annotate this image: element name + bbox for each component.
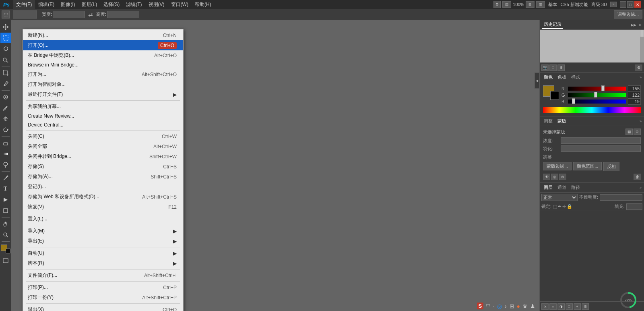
- tool-hand[interactable]: [0, 219, 11, 229]
- history-snap-icon[interactable]: 📷: [541, 64, 549, 71]
- fill-input[interactable]: [626, 203, 642, 210]
- menu-open-as[interactable]: 打开为... Alt+Shift+Ctrl+O: [23, 69, 183, 79]
- adj-red-icon[interactable]: ⊗: [559, 174, 566, 180]
- layer-new-icon[interactable]: +: [574, 303, 581, 310]
- bg-color-swatch[interactable]: [6, 249, 10, 253]
- adjust-edge-button[interactable]: 调整边缘...: [614, 10, 642, 19]
- menu-filter[interactable]: 滤镜(T): [123, 0, 145, 9]
- invert-button[interactable]: 反相: [603, 162, 619, 171]
- menu-file[interactable]: 文件(F): [13, 0, 35, 9]
- r-value[interactable]: [628, 85, 641, 92]
- mask-edge-button[interactable]: 蒙版边缘...: [543, 162, 572, 170]
- tab-adjustment[interactable]: 调整: [542, 117, 554, 125]
- adj-expand-icon[interactable]: »: [640, 119, 642, 123]
- tool-eyedropper[interactable]: [0, 79, 11, 89]
- tool-text[interactable]: T: [0, 184, 11, 194]
- layer-group-icon[interactable]: □: [566, 303, 573, 310]
- tool-path-select[interactable]: [0, 195, 11, 205]
- blend-mode-select[interactable]: 正常: [541, 194, 578, 201]
- workspace-cs5[interactable]: CS5 新增功能: [560, 2, 588, 8]
- pixel-mask-icon[interactable]: ▦: [625, 129, 633, 135]
- sogou-dot-icon[interactable]: ·: [493, 303, 494, 309]
- menu-open-smart[interactable]: 打开为智能对象...: [23, 79, 183, 89]
- color-panel-expand[interactable]: »: [640, 75, 642, 79]
- maximize-button[interactable]: □: [627, 1, 634, 8]
- minimize-button[interactable]: —: [620, 1, 626, 8]
- menu-edit[interactable]: 编辑(E): [35, 0, 58, 9]
- tool-quick-select[interactable]: [0, 54, 11, 65]
- menu-save-web[interactable]: 存储为 Web 和设备所用格式(D)... Alt+Shift+Ctrl+S: [23, 192, 183, 202]
- menu-file-info[interactable]: 文件简介(F)... Alt+Shift+Ctrl+I: [23, 270, 183, 280]
- menu-device-central[interactable]: Device Central...: [23, 120, 183, 129]
- history-tab[interactable]: 历史记录: [542, 21, 563, 29]
- tool-brush[interactable]: [0, 103, 11, 113]
- tool-zoom[interactable]: [0, 230, 11, 240]
- tool-move[interactable]: [0, 22, 11, 32]
- menu-print[interactable]: 打印(P)... Ctrl+P: [23, 282, 183, 292]
- menu-revert[interactable]: 恢复(V) F12: [23, 202, 183, 212]
- menu-exit[interactable]: 退出(X) Ctrl+Q: [23, 305, 183, 311]
- menu-select[interactable]: 选择(S): [100, 0, 123, 9]
- g-thumb[interactable]: [594, 92, 597, 97]
- menu-automate[interactable]: 自动(U) ▶: [23, 248, 183, 258]
- menu-recent[interactable]: 最近打开文件(T) ▶: [23, 89, 183, 100]
- tab-layers[interactable]: 图层: [542, 184, 554, 191]
- color-tab-swatches[interactable]: 色板: [556, 73, 568, 81]
- lock-position-icon[interactable]: ✛: [562, 204, 566, 209]
- history-scrollbar[interactable]: [640, 30, 644, 62]
- history-expand-icon[interactable]: ▶▶: [630, 23, 637, 27]
- feather-input[interactable]: [561, 145, 641, 152]
- zoom-icon[interactable]: ⊞: [526, 1, 535, 8]
- history-icon-btn[interactable]: ⚙: [635, 64, 642, 71]
- layer-fx-icon[interactable]: fx: [541, 303, 549, 310]
- tool-lasso[interactable]: [0, 44, 11, 54]
- menu-close-bridge[interactable]: 关闭并转到 Bridge... Shift+Ctrl+W: [23, 151, 183, 162]
- workspace-3d[interactable]: 高级 3D: [591, 2, 607, 8]
- g-value[interactable]: [628, 92, 641, 98]
- layer-mask-icon[interactable]: ○: [549, 303, 557, 310]
- tab-mask[interactable]: 蒙版: [556, 117, 568, 125]
- layer-delete-icon[interactable]: 🗑: [582, 303, 589, 310]
- lock-image-icon[interactable]: ✒: [558, 204, 561, 209]
- menu-close[interactable]: 关闭(C) Ctrl+W: [23, 131, 183, 141]
- menu-open[interactable]: 打开(O)... Ctrl+O: [23, 40, 183, 50]
- width-input[interactable]: [53, 11, 85, 18]
- color-range-button[interactable]: 颜色范围...: [573, 162, 602, 170]
- layer-expand-icon[interactable]: »: [640, 186, 642, 190]
- sogou-piece-icon[interactable]: ♟: [530, 303, 535, 309]
- tool-clone[interactable]: [0, 114, 11, 124]
- menu-view[interactable]: 视图(V): [145, 0, 168, 9]
- options-icon[interactable]: ⚙: [493, 1, 501, 8]
- sogou-person-icon[interactable]: ●: [517, 303, 520, 309]
- sogou-zh-icon[interactable]: 中: [486, 303, 491, 309]
- menu-layer[interactable]: 图层(L): [78, 0, 101, 9]
- menu-save[interactable]: 存储(S) Ctrl+S: [23, 162, 183, 172]
- bg-swatch[interactable]: [550, 91, 559, 100]
- color-swatches[interactable]: [543, 85, 559, 100]
- sogou-mic-icon[interactable]: ♪: [504, 303, 507, 309]
- adj-eye2-icon[interactable]: ◎: [551, 174, 558, 180]
- menu-close-all[interactable]: 关闭全部 Alt+Ctrl+W: [23, 141, 183, 151]
- b-thumb[interactable]: [572, 98, 575, 104]
- tool-heal[interactable]: [0, 92, 11, 102]
- tab-channels[interactable]: 通道: [556, 184, 568, 191]
- menu-window[interactable]: 窗口(W): [168, 0, 192, 9]
- brush-size-input[interactable]: [13, 10, 37, 19]
- vector-mask-icon[interactable]: ⊙: [634, 129, 641, 135]
- menu-export[interactable]: 导出(E) ▶: [23, 236, 183, 246]
- lock-all-icon[interactable]: 🔒: [567, 204, 572, 209]
- sogou-keyboard-icon[interactable]: ⊞: [510, 303, 514, 309]
- tool-crop[interactable]: [0, 68, 11, 78]
- sogou-circle-icon[interactable]: ◎: [497, 303, 502, 309]
- screen-mode[interactable]: [0, 255, 11, 266]
- fg-bg-colors[interactable]: [1, 245, 10, 253]
- close-button[interactable]: ✕: [634, 1, 641, 8]
- menu-bridge[interactable]: 在 Bridge 中浏览(B)... Alt+Ctrl+O: [23, 50, 183, 60]
- menu-save-as[interactable]: 存储为(A)... Shift+Ctrl+S: [23, 172, 183, 182]
- tool-history-brush[interactable]: [0, 124, 11, 135]
- tab-paths[interactable]: 路径: [570, 184, 582, 191]
- g-slider[interactable]: [568, 93, 626, 97]
- grid-icon[interactable]: ▥: [536, 1, 545, 8]
- history-menu-icon[interactable]: ≡: [638, 23, 642, 27]
- menu-checkin[interactable]: 登记(I)...: [23, 182, 183, 192]
